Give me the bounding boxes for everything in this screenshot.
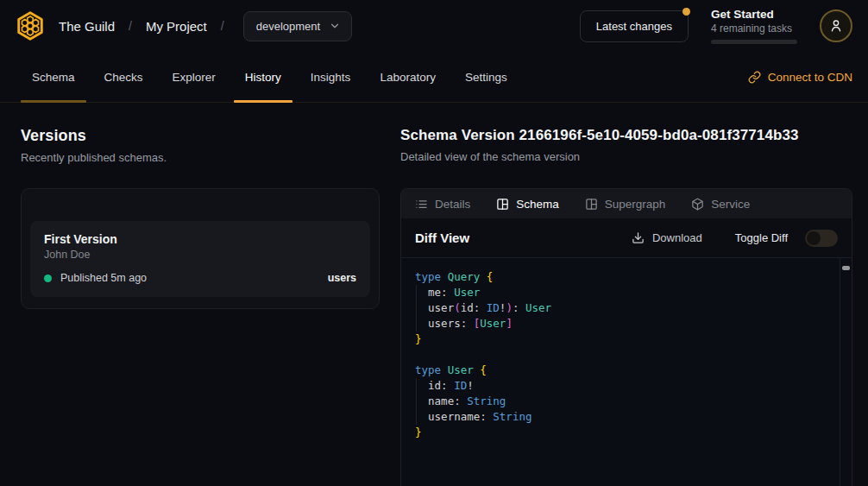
detail-tab-label: Details [435, 198, 470, 211]
top-header: The Guild / My Project / development Lat… [0, 0, 868, 52]
schema-code-block: type Query { me: User user(id: ID!): Use… [401, 258, 852, 486]
nav-tab-checks[interactable]: Checks [93, 52, 154, 102]
versions-list: First Version John Doe Published 5m ago … [21, 188, 380, 309]
code-line: type User { [415, 363, 840, 378]
get-started-widget[interactable]: Get Started 4 remaining tasks [711, 8, 797, 44]
user-icon [827, 17, 845, 35]
nav-tab-settings[interactable]: Settings [454, 52, 519, 102]
link-icon [748, 71, 761, 84]
published-status-dot [44, 275, 52, 282]
app-root: The Guild / My Project / development Lat… [0, 0, 868, 486]
nav-tab-insights[interactable]: Insights [299, 52, 362, 102]
schema-viewer: DetailsSchemaSupergraphService Diff View… [400, 188, 852, 486]
get-started-title: Get Started [711, 8, 797, 21]
toggle-diff-switch[interactable] [805, 230, 838, 247]
code-line [415, 347, 840, 363]
target-selector-value: development [256, 20, 320, 33]
download-label: Download [652, 231, 702, 244]
code-line: type Query { [415, 269, 840, 285]
nav-tab-label: History [245, 71, 281, 84]
version-status: Published 5m ago [60, 272, 147, 284]
detail-tab-schema[interactable]: Schema [496, 198, 559, 211]
main-nav: SchemaChecksExplorerHistoryInsightsLabor… [0, 52, 868, 103]
version-detail-panel: Schema Version 2166196f-5e10-4059-bd0a-0… [400, 103, 868, 486]
version-author: John Doe [44, 249, 356, 261]
schema-version-title: Schema Version 2166196f-5e10-4059-bd0a-0… [400, 127, 852, 144]
code-scrollbar[interactable] [840, 258, 852, 486]
code-line: name: String [415, 394, 840, 409]
code-scrollbar-thumb[interactable] [842, 266, 850, 270]
latest-changes-label: Latest changes [596, 20, 672, 33]
download-icon [632, 231, 645, 244]
detail-tab-supergraph[interactable]: Supergraph [585, 198, 666, 211]
breadcrumb-separator: / [221, 19, 224, 33]
notification-dot [682, 8, 690, 16]
version-title: First Version [44, 232, 356, 246]
nav-tab-history[interactable]: History [234, 52, 292, 102]
breadcrumb-org[interactable]: The Guild [59, 19, 115, 34]
columns-icon [496, 198, 509, 211]
toggle-diff-label: Toggle Diff [735, 231, 788, 244]
latest-changes-button[interactable]: Latest changes [580, 10, 689, 42]
detail-tab-list: DetailsSchemaSupergraphService [401, 189, 852, 218]
code-line: } [415, 331, 840, 347]
connect-to-cdn-link[interactable]: Connect to CDN [748, 52, 852, 102]
main-content: Versions Recently published schemas. Fir… [0, 103, 868, 486]
list-icon [415, 198, 428, 211]
code-line: id: ID! [415, 378, 840, 394]
nav-tab-list: SchemaChecksExplorerHistoryInsightsLabor… [21, 52, 519, 102]
detail-tab-details[interactable]: Details [415, 198, 470, 211]
detail-tab-label: Schema [516, 198, 559, 211]
detail-tab-label: Supergraph [605, 198, 666, 211]
schema-version-subtitle: Detailed view of the schema version [400, 150, 852, 163]
get-started-subtitle: 4 remaining tasks [711, 22, 797, 35]
versions-subtitle: Recently published schemas. [21, 151, 380, 164]
nav-tab-laboratory[interactable]: Laboratory [368, 52, 447, 102]
nav-tab-explorer[interactable]: Explorer [161, 52, 227, 102]
nav-tab-label: Checks [104, 71, 143, 84]
code-line: username: String [415, 409, 840, 425]
diff-view-title: Diff View [415, 230, 469, 245]
nav-tab-label: Schema [32, 71, 75, 84]
user-avatar-button[interactable] [820, 9, 852, 42]
columns-icon [585, 198, 598, 211]
nav-tab-label: Explorer [173, 71, 216, 84]
breadcrumb-separator: / [129, 19, 132, 33]
get-started-progressbar [711, 40, 797, 44]
graphql-sdl-code[interactable]: type Query { me: User user(id: ID!): Use… [401, 258, 840, 486]
code-line: users: [User] [415, 316, 840, 331]
detail-tab-label: Service [711, 198, 750, 211]
nav-tab-schema[interactable]: Schema [21, 52, 86, 102]
versions-title: Versions [21, 127, 380, 145]
detail-tab-service[interactable]: Service [691, 198, 750, 211]
diff-view-toolbar: Diff View Download Toggle Diff [401, 218, 852, 258]
connect-to-cdn-label: Connect to CDN [768, 71, 852, 84]
target-selector[interactable]: development [243, 11, 352, 41]
chevron-down-icon [329, 20, 341, 32]
cube-icon [691, 198, 704, 211]
code-line: user(id: ID!): User [415, 300, 840, 316]
versions-panel: Versions Recently published schemas. Fir… [0, 103, 400, 486]
download-button[interactable]: Download [632, 231, 702, 244]
service-badge: users [328, 272, 356, 284]
guild-logo-icon[interactable] [14, 9, 47, 42]
nav-tab-label: Settings [465, 71, 507, 84]
breadcrumb-project[interactable]: My Project [146, 19, 207, 34]
version-list-item[interactable]: First Version John Doe Published 5m ago … [30, 221, 370, 297]
nav-tab-label: Laboratory [380, 71, 436, 84]
toggle-knob [807, 231, 821, 245]
code-line: me: User [415, 285, 840, 300]
code-line: } [415, 425, 840, 440]
nav-tab-label: Insights [311, 71, 351, 84]
